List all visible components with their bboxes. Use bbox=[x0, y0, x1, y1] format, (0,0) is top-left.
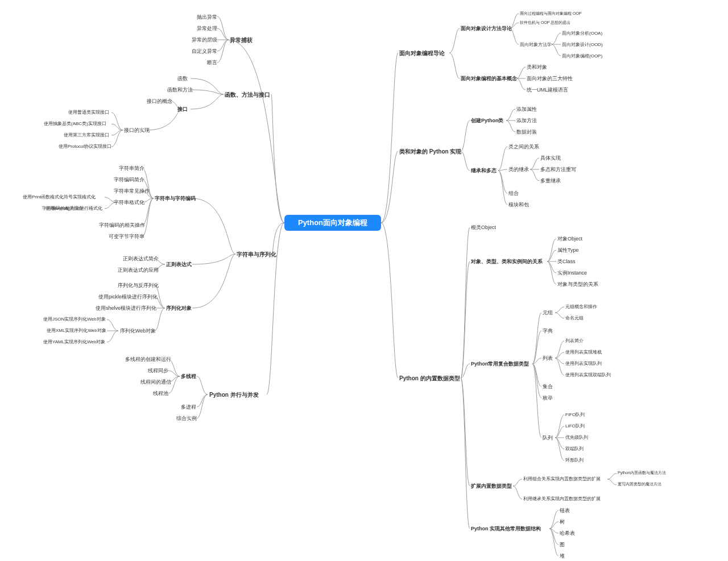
leaf: 字符串格式化 bbox=[114, 200, 144, 206]
leaf: 使用JSON实现序列化Web对象 bbox=[43, 317, 106, 322]
leaf: 异常的层级 bbox=[192, 37, 217, 43]
leaf: 根类Object bbox=[471, 225, 496, 231]
leaf: 使用列表实现双端队列 bbox=[565, 372, 611, 378]
leaf: 元组概念和操作 bbox=[565, 304, 597, 310]
leaf: 双端队列 bbox=[565, 446, 584, 452]
leaf: 树 bbox=[560, 519, 565, 525]
l2-regex: 正则表达式 bbox=[166, 261, 192, 268]
leaf: 使用Print函数格式化符号实现格式化 bbox=[23, 194, 96, 200]
leaf: 正则表达式简介 bbox=[123, 256, 159, 262]
leaf: 接口的概念 bbox=[147, 98, 172, 105]
leaf: 使用列表实现队列 bbox=[565, 361, 602, 367]
leaf: 集合 bbox=[543, 384, 553, 390]
leaf: 线程池 bbox=[153, 390, 168, 397]
r2: 对象、类型、类和实例间的关系 bbox=[471, 259, 543, 265]
leaf: 多线程的创建和运行 bbox=[125, 356, 171, 363]
leaf: 多进程 bbox=[181, 404, 196, 410]
r1-builtin: Python 的内置数据类型 bbox=[399, 375, 460, 382]
leaf: 模块和包 bbox=[508, 202, 529, 208]
l1-exception: 异常捕获 bbox=[230, 37, 253, 44]
leaf: 面向对象编程(OOP) bbox=[562, 53, 602, 59]
leaf: 优先级队列 bbox=[565, 435, 588, 441]
leaf: 序列化Web对象 bbox=[120, 328, 156, 334]
leaf: 字符串简介 bbox=[119, 165, 144, 172]
leaf: 自定义异常 bbox=[192, 48, 217, 55]
leaf: 元组 bbox=[543, 310, 553, 316]
leaf: 抛出异常 bbox=[197, 14, 217, 20]
r1-oop-intro: 面向对象编程导论 bbox=[399, 50, 445, 57]
leaf: 字符编码的相关操作 bbox=[99, 222, 145, 228]
root-node: Python面向对象编程 bbox=[284, 215, 381, 231]
leaf: 使用YAML实现序列化Web对象 bbox=[43, 339, 106, 345]
r2: 面向对象设计方法导论 bbox=[461, 26, 512, 32]
leaf: 列表 bbox=[543, 355, 553, 361]
l2-strenc: 字符串与字符编码 bbox=[155, 196, 196, 202]
leaf: 枚举 bbox=[543, 395, 553, 401]
leaf: 列表简介 bbox=[565, 338, 584, 344]
leaf: 统一UML建模语言 bbox=[527, 87, 568, 93]
leaf: 实例Instance bbox=[557, 270, 587, 276]
leaf: 函数 bbox=[177, 76, 188, 82]
l2-serial: 序列化对象 bbox=[166, 305, 192, 311]
r2: 扩展内置数据类型 bbox=[471, 483, 512, 489]
leaf: 接口的实现 bbox=[124, 127, 150, 134]
r2: Python 实现其他常用数据结构 bbox=[471, 526, 541, 532]
leaf: 组合 bbox=[508, 190, 519, 197]
leaf: 数据封装 bbox=[516, 129, 537, 135]
leaf: 添加方法 bbox=[516, 118, 537, 124]
leaf: 多态和方法重写 bbox=[540, 167, 576, 173]
leaf: 使用XML实现序列化Web对象 bbox=[47, 328, 106, 334]
leaf: 对象与类型的关系 bbox=[557, 281, 598, 288]
l1-func: 函数、方法与接口 bbox=[225, 92, 270, 98]
leaf: 软件危机与 OOP 思想的提出 bbox=[520, 20, 570, 25]
leaf: 线程间的通信 bbox=[140, 379, 171, 385]
leaf: 面向过程编程与面向对象编程 OOP bbox=[520, 11, 582, 16]
leaf: 面向对象方法学 bbox=[520, 42, 552, 48]
leaf: LIFO队列 bbox=[565, 423, 585, 429]
l2-interface: 接口 bbox=[177, 106, 188, 113]
leaf: 哈希表 bbox=[560, 530, 575, 537]
leaf: 可变字节字符串 bbox=[109, 234, 144, 240]
leaf: 利用组合关系实现内置数据类型的扩展 bbox=[523, 476, 601, 482]
leaf: 面向对象设计(OOD) bbox=[562, 42, 603, 48]
leaf: 环形队列 bbox=[565, 458, 584, 463]
leaf: 线程同步 bbox=[148, 368, 168, 374]
r2: Python常用复合数据类型 bbox=[471, 361, 530, 367]
leaf: 命名元组 bbox=[565, 315, 584, 321]
leaf: 使用pickle模块进行序列化 bbox=[98, 294, 158, 300]
leaf: FIFO队列 bbox=[565, 412, 585, 418]
leaf: 使用shelve模块进行序列化 bbox=[96, 305, 156, 311]
connectors bbox=[0, 0, 728, 561]
leaf: 使用第三方库实现接口 bbox=[64, 132, 109, 138]
leaf: 正则表达式的应用 bbox=[118, 267, 159, 273]
leaf: 使用抽象基类(ABC类)实现接口 bbox=[44, 121, 106, 127]
leaf: 使用普通类实现接口 bbox=[68, 110, 109, 115]
r2: 继承和多态 bbox=[471, 168, 497, 174]
leaf: 字典 bbox=[543, 328, 553, 334]
leaf: 堆 bbox=[560, 553, 565, 559]
leaf: 异常处理 bbox=[197, 26, 217, 32]
leaf: 使用列表实现堆栈 bbox=[565, 350, 602, 355]
leaf: 类之间的关系 bbox=[508, 144, 539, 150]
leaf: 队列 bbox=[543, 435, 553, 441]
r2: 创建Python类 bbox=[471, 118, 504, 124]
leaf: 函数和方法 bbox=[167, 87, 193, 93]
leaf: 使用format()方法进行格式化 bbox=[46, 206, 102, 211]
leaf: 具体实现 bbox=[540, 155, 561, 161]
leaf: 链表 bbox=[560, 508, 570, 514]
l2-thread: 多线程 bbox=[181, 373, 196, 380]
leaf: 利用继承关系实现内置数据类型的扩展 bbox=[523, 496, 601, 502]
r2: 面向对象编程的基本概念 bbox=[461, 76, 517, 82]
leaf: 重写内置类型的魔法方法 bbox=[618, 482, 661, 487]
l1-string: 字符串与序列化 bbox=[237, 251, 276, 258]
leaf: 断言 bbox=[207, 60, 217, 66]
leaf: 字符串常见操作 bbox=[114, 188, 150, 194]
leaf: 面向对象的三大特性 bbox=[527, 76, 573, 82]
leaf: 对象Object bbox=[557, 236, 582, 242]
leaf: 类Class bbox=[557, 259, 576, 265]
leaf: 添加属性 bbox=[516, 106, 537, 113]
leaf: 多重继承 bbox=[540, 178, 561, 184]
leaf: 面向对象分析(OOA) bbox=[562, 31, 602, 36]
leaf: Python内置函数与魔法方法 bbox=[618, 471, 666, 475]
leaf: 序列化与反序列化 bbox=[118, 282, 159, 289]
